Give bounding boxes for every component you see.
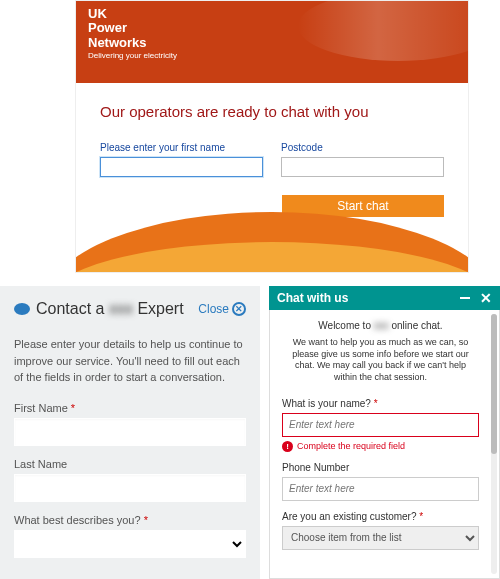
postcode-input[interactable] [281, 157, 444, 177]
postcode-label: Postcode [281, 142, 444, 153]
minimize-icon[interactable] [460, 297, 470, 299]
intro-text: Please enter your details to help us con… [14, 336, 246, 386]
logo-line: Networks [88, 36, 177, 50]
logo-line: Power [88, 21, 177, 35]
close-button[interactable]: Close ✕ [198, 302, 246, 316]
contact-expert-panel: Contact a xxx Expert Close ✕ Please ente… [0, 286, 260, 579]
scrollbar[interactable] [491, 314, 497, 574]
describe-select[interactable] [14, 530, 246, 558]
last-name-label: Last Name [14, 458, 246, 470]
first-name-input[interactable] [14, 418, 246, 446]
welcome-text: Welcome to xxx online chat. [282, 320, 479, 331]
error-icon: ! [282, 441, 293, 452]
header-banner: UK Power Networks Delivering your electr… [76, 1, 468, 83]
logo-tagline: Delivering your electricity [88, 52, 177, 61]
panel-title: Contact a xxx Expert [36, 300, 184, 318]
logo-line: UK [88, 7, 177, 21]
first-name-input[interactable] [100, 157, 263, 177]
describe-label: What best describes you? * [14, 514, 246, 526]
close-icon[interactable]: ✕ [480, 290, 492, 306]
phone-label: Phone Number [282, 462, 479, 473]
name-label: What is your name? * [282, 398, 479, 409]
chat-header: Chat with us ✕ [269, 286, 500, 310]
close-icon: ✕ [232, 302, 246, 316]
brand-logo: UK Power Networks Delivering your electr… [88, 7, 177, 61]
phone-input[interactable] [282, 477, 479, 501]
chat-header-title: Chat with us [277, 291, 348, 305]
first-name-label: First Name * [14, 402, 246, 414]
close-label: Close [198, 302, 229, 316]
first-name-label: Please enter your first name [100, 142, 263, 153]
name-input[interactable] [282, 413, 479, 437]
chat-start-panel-ukpn: UK Power Networks Delivering your electr… [75, 0, 469, 273]
scrollbar-thumb[interactable] [491, 314, 497, 454]
chat-bubble-icon [14, 303, 30, 315]
existing-customer-select[interactable]: Choose item from the list [282, 526, 479, 550]
last-name-input[interactable] [14, 474, 246, 502]
panel-title: Our operators are ready to chat with you [100, 103, 444, 120]
existing-customer-label: Are you an existing customer? * [282, 511, 479, 522]
footer-swoosh [75, 212, 469, 273]
description-text: We want to help you as much as we can, s… [282, 337, 479, 384]
error-message: ! Complete the required field [282, 441, 479, 452]
chat-with-us-panel: Chat with us ✕ Welcome to xxx online cha… [269, 286, 500, 579]
